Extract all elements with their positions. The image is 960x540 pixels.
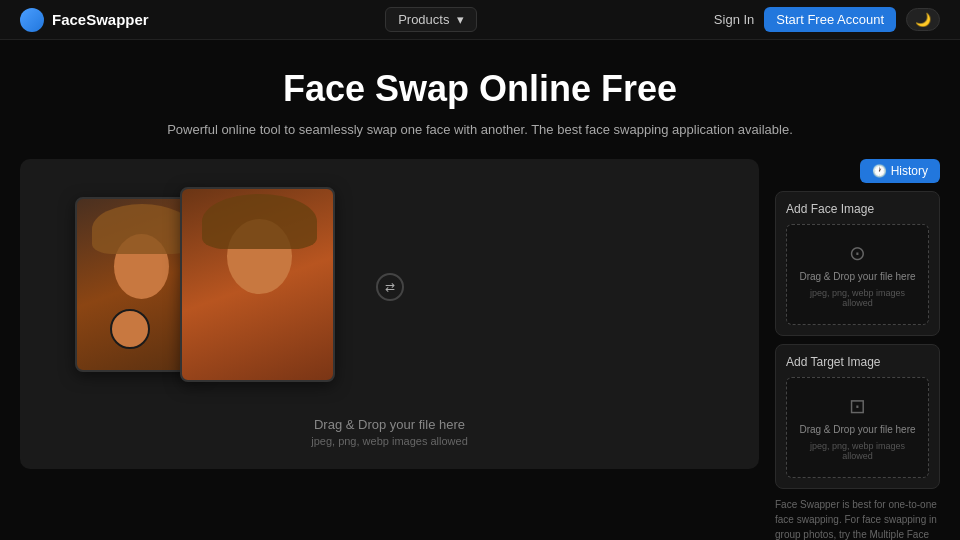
products-label: Products	[398, 12, 449, 27]
hero-title: Face Swap Online Free	[20, 68, 940, 110]
free-account-button[interactable]: Start Free Account	[764, 7, 896, 32]
target-dnd-formats: jpeg, png, webp images allowed	[795, 441, 920, 461]
history-button[interactable]: 🕐 History	[860, 159, 940, 183]
navbar-right: Sign In Start Free Account 🌙	[714, 7, 940, 32]
preview-images: ⇄	[20, 167, 759, 407]
preview-dnd-subtext: jpeg, png, webp images allowed	[311, 435, 468, 447]
face-dnd-formats: jpeg, png, webp images allowed	[795, 288, 920, 308]
target-dnd-text: Drag & Drop your file here	[799, 424, 915, 435]
note-text: Face Swapper is best for one-to-one face…	[775, 497, 940, 540]
logo-text: FaceSwapper	[52, 11, 149, 28]
logo-icon	[20, 8, 44, 32]
small-avatar-overlay	[110, 309, 150, 349]
preview-dnd-text: Drag & Drop your file here	[311, 417, 468, 432]
chevron-down-icon: ▾	[457, 12, 464, 27]
face-upload-icon: ⊙	[849, 241, 866, 265]
add-face-title: Add Face Image	[786, 202, 929, 216]
hero-subtitle: Powerful online tool to seamlessly swap …	[20, 120, 940, 141]
signin-button[interactable]: Sign In	[714, 12, 754, 27]
add-target-upload-box[interactable]: ⊡ Drag & Drop your file here jpeg, png, …	[786, 377, 929, 478]
products-menu[interactable]: Products ▾	[385, 7, 477, 32]
add-face-upload-box[interactable]: ⊙ Drag & Drop your file here jpeg, png, …	[786, 224, 929, 325]
right-panel: 🕐 History Add Face Image ⊙ Drag & Drop y…	[775, 159, 940, 540]
target-upload-icon: ⊡	[849, 394, 866, 418]
target-image-preview	[180, 187, 335, 382]
theme-toggle-button[interactable]: 🌙	[906, 8, 940, 31]
add-face-section: Add Face Image ⊙ Drag & Drop your file h…	[775, 191, 940, 336]
face-dnd-text: Drag & Drop your file here	[799, 271, 915, 282]
navbar: FaceSwapper Products ▾ Sign In Start Fre…	[0, 0, 960, 40]
preview-drag-drop[interactable]: Drag & Drop your file here jpeg, png, we…	[311, 407, 468, 461]
hero-section: Face Swap Online Free Powerful online to…	[0, 40, 960, 159]
swap-icon: ⇄	[376, 273, 404, 301]
add-target-section: Add Target Image ⊡ Drag & Drop your file…	[775, 344, 940, 489]
preview-panel[interactable]: ⇄ Drag & Drop your file here jpeg, png, …	[20, 159, 759, 469]
navbar-left: FaceSwapper	[20, 8, 149, 32]
add-target-title: Add Target Image	[786, 355, 929, 369]
main-content: ⇄ Drag & Drop your file here jpeg, png, …	[0, 159, 960, 540]
